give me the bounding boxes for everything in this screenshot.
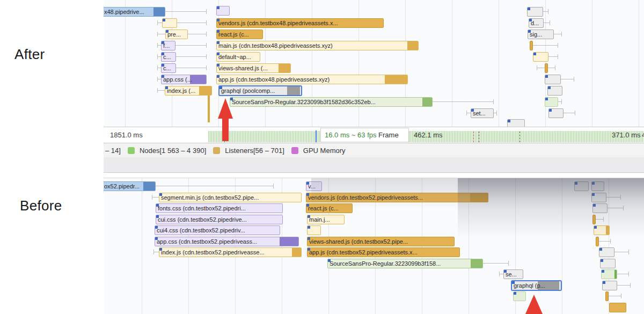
flame-bar[interactable]: react.js (c... xyxy=(306,203,353,213)
whisker xyxy=(617,285,631,286)
flame-bar[interactable]: SourceSansPro-Regular.3223099b3f1582d36c… xyxy=(230,97,433,107)
flame-bar[interactable] xyxy=(574,181,589,191)
flame-bar[interactable]: app.css (... xyxy=(161,75,207,84)
flame-bar-label: views-shared.js (... xyxy=(218,64,290,72)
bar-graphql-before[interactable]: graphql (p... xyxy=(511,280,562,291)
flame-bar[interactable] xyxy=(162,18,177,28)
request-marker-icon xyxy=(308,226,310,229)
flame-bar[interactable]: c... xyxy=(161,52,176,62)
request-marker-icon xyxy=(601,259,603,262)
flame-bar[interactable] xyxy=(592,215,596,224)
flame-bar[interactable] xyxy=(527,7,543,17)
flame-bar[interactable]: cui.css (cdn.testbox52.pipedrive... xyxy=(156,215,283,224)
flame-bar[interactable]: v... xyxy=(306,181,322,191)
flame-bar[interactable] xyxy=(592,203,608,213)
timeline-ruler[interactable]: 1851.0 ms 16.0 ms ~ 63 fps Frame 462.1 m… xyxy=(104,127,644,143)
flame-bar[interactable] xyxy=(307,225,321,235)
flame-bar[interactable] xyxy=(605,291,609,301)
flame-bar[interactable] xyxy=(591,193,606,202)
bar-graphql-after[interactable]: graphql (poolcomp... xyxy=(218,85,302,96)
flame-bar[interactable] xyxy=(216,6,230,16)
flame-bar[interactable] xyxy=(596,237,599,246)
flame-bar[interactable] xyxy=(545,75,561,84)
flame-bar[interactable]: cui4.css (cdn.testbox52.pipedriv... xyxy=(155,225,280,235)
gridline xyxy=(125,0,126,127)
flame-bar[interactable] xyxy=(507,119,525,127)
legend-item[interactable]: – 14] xyxy=(105,147,121,155)
legend-item[interactable]: GPU Memory xyxy=(291,147,346,155)
request-marker-icon xyxy=(308,215,310,218)
flame-bar-label: fonts.css (cdn.testbox52.pipedri... xyxy=(158,204,282,213)
legend-item[interactable]: Nodes[1 563 – 4 390] xyxy=(128,147,206,155)
flame-bar[interactable]: index.js (... xyxy=(165,86,212,96)
bar-document-after[interactable]: x48.pipedrive... xyxy=(104,7,165,17)
gridline xyxy=(452,0,452,127)
flame-bar[interactable] xyxy=(599,247,614,257)
flame-bar[interactable] xyxy=(547,86,562,96)
flame-bar[interactable] xyxy=(545,97,558,107)
flame-bar[interactable] xyxy=(601,269,617,279)
flame-bar-label: app.js (cdn.testbox52.pipedriveassets.x.… xyxy=(309,248,459,257)
flame-bar[interactable]: app.js (cdn.testbox48.pipedriveassets.xy… xyxy=(216,75,408,84)
flame-bar[interactable] xyxy=(548,108,564,118)
request-marker-icon xyxy=(602,270,604,273)
flame-bar[interactable] xyxy=(530,41,533,50)
flame-bar-label: main.js (cdn.testbox48.pipedriveassets.x… xyxy=(218,41,418,50)
flame-bar[interactable]: vendors.js (cdn.testbox48.pipedriveasset… xyxy=(216,18,384,28)
flame-bar-label: default~ap... xyxy=(218,53,259,61)
flame-bar-label: ox52.pipedr... xyxy=(104,182,155,191)
flame-bar[interactable] xyxy=(513,291,526,301)
flame-bar[interactable]: SourceSansPro-Regular.3223099b3f158... xyxy=(327,259,483,268)
flame-bar[interactable] xyxy=(609,303,626,312)
whisker xyxy=(606,197,621,198)
flame-bar[interactable]: main.js (cdn.testbox48.pipedriveassets.x… xyxy=(216,41,419,50)
request-marker-icon xyxy=(308,237,310,240)
flame-bar[interactable]: views-shared.js (cdn.testbox52.pipe... xyxy=(307,237,455,246)
legend-swatch-icon xyxy=(128,147,135,154)
flame-bar-label: app.js (cdn.testbox48.pipedriveassets.xy… xyxy=(218,75,407,84)
whisker xyxy=(157,56,161,57)
flame-bar[interactable]: index.js (cdn.testbox52.pipedriveasse... xyxy=(159,247,302,257)
flame-bar[interactable]: pre... xyxy=(165,30,188,39)
flame-bar[interactable]: default~ap... xyxy=(216,52,260,62)
gridline xyxy=(405,0,406,127)
flame-bar[interactable] xyxy=(533,52,548,62)
flame-bar[interactable]: segment.min.js (cdn.testbox52.pipe... xyxy=(159,193,302,202)
flame-bar[interactable]: d... xyxy=(529,18,544,28)
flame-bar[interactable]: se... xyxy=(503,269,523,279)
flame-bar[interactable]: sig... xyxy=(528,30,554,39)
flame-bar[interactable]: views-shared.js (... xyxy=(216,63,291,73)
flame-bar[interactable]: main.j... xyxy=(307,215,345,224)
flame-bar[interactable]: vendors.js (cdn.testbox52.pipedriveasset… xyxy=(306,193,488,202)
whisker xyxy=(564,113,575,113)
flame-bar[interactable]: react.js (c... xyxy=(216,30,263,39)
request-marker-icon xyxy=(155,237,158,240)
legend-item[interactable]: Listeners[56 – 701] xyxy=(213,147,284,155)
flame-bar[interactable]: f... xyxy=(161,41,175,50)
bar-document-before[interactable]: ox52.pipedr... xyxy=(104,181,156,191)
flame-bar[interactable]: app.css (cdn.testbox52.pipedriveass... xyxy=(155,237,299,246)
whisker xyxy=(494,113,497,113)
flame-bar[interactable]: set... xyxy=(471,108,494,118)
whisker xyxy=(156,186,274,186)
playhead-cursor[interactable] xyxy=(316,130,317,142)
flame-bar[interactable] xyxy=(591,181,604,191)
flame-bar[interactable] xyxy=(600,259,616,268)
flame-bar[interactable]: app.js (cdn.testbox52.pipedriveassets.x.… xyxy=(307,247,460,257)
flame-bar[interactable]: c... xyxy=(161,63,176,73)
legend-swatch-icon xyxy=(213,147,220,154)
flame-bar-label: segment.min.js (cdn.testbox52.pipe... xyxy=(161,193,301,202)
request-marker-icon xyxy=(603,281,605,284)
whisker xyxy=(609,296,621,296)
flame-bar[interactable] xyxy=(545,63,548,73)
flame-bar-label: v... xyxy=(308,182,321,191)
flame-bar[interactable] xyxy=(602,281,617,290)
flame-bar[interactable]: fonts.css (cdn.testbox52.pipedri... xyxy=(156,203,283,213)
download-cap xyxy=(614,270,617,279)
flame-bar[interactable] xyxy=(594,225,610,235)
whisker xyxy=(153,252,159,252)
request-marker-icon xyxy=(217,53,219,55)
whisker xyxy=(177,23,207,23)
flame-bar-label: views-shared.js (cdn.testbox52.pipe... xyxy=(309,237,453,246)
flame-bar-label: main.j... xyxy=(309,215,343,224)
